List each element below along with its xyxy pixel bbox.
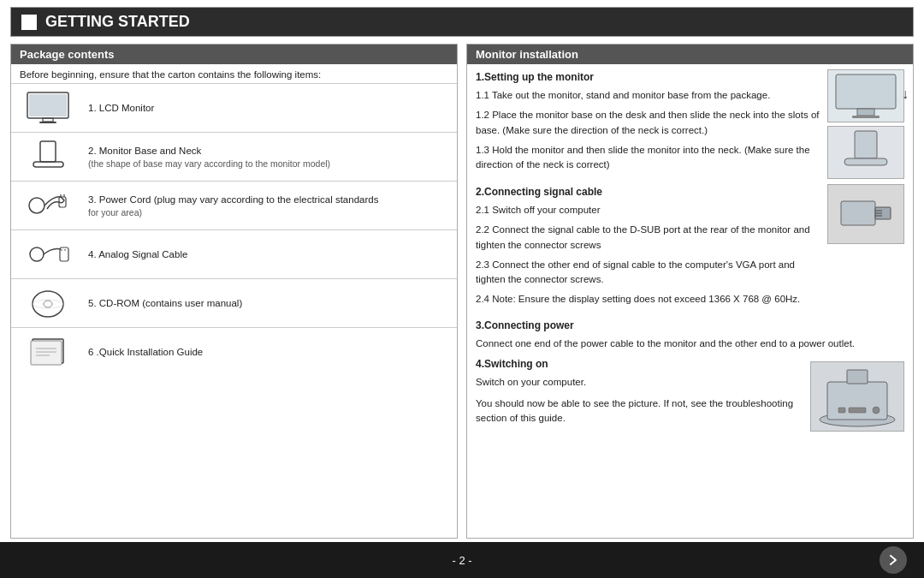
two-column-layout: Package contents Before beginning, ensur… — [10, 44, 914, 539]
step3-text: Connect one end of the power cable to th… — [476, 337, 904, 351]
svg-point-16 — [44, 301, 52, 307]
svg-rect-23 — [836, 74, 896, 109]
package-items-list: 1. LCD Monitor 2. Monitor Base and Neck — [11, 83, 457, 376]
svg-point-11 — [30, 247, 44, 261]
list-item: 5. CD-ROM (contains user manual) — [11, 278, 457, 327]
monitor-base-label: 2. Monitor Base and Neck (the shape of b… — [88, 144, 330, 170]
svg-point-38 — [873, 407, 880, 414]
svg-point-15 — [33, 291, 63, 317]
step2-3-text: 2.3 Connect the other end of signal cabl… — [476, 258, 820, 288]
step1-title: 1.Setting up the monitor — [476, 69, 820, 85]
svg-rect-5 — [33, 162, 63, 167]
analog-cable-icon — [18, 235, 78, 273]
step2-row: 2.Connecting signal cable 2.1 Switch off… — [476, 184, 904, 313]
power-cord-label: 3. Power Cord (plug may vary according t… — [88, 193, 378, 219]
step2-image — [827, 184, 904, 244]
monitor-install-content: 1.Setting up the monitor 1.1 Take out th… — [467, 64, 913, 538]
main-content: GETTING STARTED Package contents Before … — [0, 0, 924, 542]
monitor-stand-image — [827, 126, 904, 179]
cdrom-label: 5. CD-ROM (contains user manual) — [88, 296, 242, 310]
item-text: 6 .Quick Installation Guide — [88, 347, 203, 357]
svg-rect-26 — [855, 131, 877, 158]
list-item: 1. LCD Monitor — [11, 83, 457, 132]
svg-rect-1 — [29, 94, 67, 116]
item-sub-text: (the shape of base may vary according to… — [88, 158, 330, 170]
step4-text-col: 4.Switching on Switch on your computer. … — [476, 356, 803, 432]
step1-images: ↓ — [827, 69, 904, 179]
package-intro-text: Before beginning, ensure that the carton… — [11, 64, 457, 83]
analog-cable-label: 4. Analog Signal Cable — [88, 247, 187, 261]
item-text: 4. Analog Signal Cable — [88, 249, 187, 259]
step1-text-col: 1.Setting up the monitor 1.1 Take out th… — [476, 69, 820, 179]
lcd-monitor-icon — [18, 89, 78, 127]
quick-guide-icon — [18, 333, 78, 371]
step2-title: 2.Connecting signal cable — [476, 184, 820, 200]
svg-point-7 — [29, 198, 44, 213]
page-number: - 2 - — [452, 554, 471, 567]
package-contents-title: Package contents — [20, 48, 115, 61]
item-text: 1. LCD Monitor — [88, 103, 154, 113]
list-item: 3. Power Cord (plug may vary according t… — [11, 181, 457, 229]
header-icon — [21, 15, 37, 30]
monitor-install-header: Monitor installation — [467, 45, 913, 64]
step2-text-col: 2.Connecting signal cable 2.1 Switch off… — [476, 184, 820, 313]
step1-1-text: 1.1 Take out the monitor, stand and moni… — [476, 88, 820, 103]
lcd-monitor-label: 1. LCD Monitor — [88, 101, 154, 115]
list-item: 4. Analog Signal Cable — [11, 229, 457, 278]
monitor-top-image: ↓ — [827, 69, 904, 122]
step2-2-text: 2.2 Connect the signal cable to the D-SU… — [476, 223, 820, 253]
step1-2-text: 1.2 Place the monitor base on the desk a… — [476, 108, 820, 138]
step4-row: 4.Switching on Switch on your computer. … — [476, 356, 904, 432]
next-page-button[interactable] — [880, 546, 907, 574]
step1-3-text: 1.3 Hold the monitor and then slide the … — [476, 143, 820, 173]
page-title: GETTING STARTED — [10, 7, 914, 37]
cdrom-icon — [18, 284, 78, 322]
svg-rect-37 — [849, 408, 866, 413]
item-sub-text: for your area) — [88, 206, 378, 219]
svg-rect-35 — [847, 370, 868, 384]
step3-row: 3.Connecting power Connect one end of th… — [476, 318, 904, 351]
quick-guide-label: 6 .Quick Installation Guide — [88, 345, 203, 359]
monitor-install-title: Monitor installation — [476, 48, 578, 61]
package-contents-header: Package contents — [11, 45, 457, 64]
list-item: 2. Monitor Base and Neck (the shape of b… — [11, 132, 457, 181]
step4-title: 4.Switching on — [476, 356, 803, 372]
bottom-bar: - 2 - — [0, 542, 924, 578]
monitor-stand-icon — [18, 138, 78, 176]
step2-4-text: 2.4 Note: Ensure the display setting doe… — [476, 292, 820, 307]
svg-rect-19 — [31, 341, 62, 365]
monitor-installation-section: Monitor installation 1.Setting up the mo… — [466, 44, 914, 539]
svg-rect-27 — [844, 158, 887, 165]
package-contents-section: Package contents Before beginning, ensur… — [10, 44, 458, 539]
monitor-rear-image — [810, 361, 904, 432]
item-text: 2. Monitor Base and Neck — [88, 144, 330, 158]
svg-rect-28 — [841, 201, 875, 225]
item-text: 5. CD-ROM (contains user manual) — [88, 298, 242, 308]
header-title: GETTING STARTED — [45, 13, 190, 31]
svg-rect-34 — [827, 382, 887, 420]
power-cord-icon — [18, 187, 78, 224]
svg-rect-24 — [857, 109, 874, 116]
svg-rect-4 — [40, 141, 56, 162]
svg-rect-25 — [852, 116, 880, 118]
arrow-down-icon: ↓ — [902, 84, 909, 104]
step3-title: 3.Connecting power — [476, 318, 904, 333]
final-text: You should now be able to see the pictur… — [476, 396, 803, 426]
step4-text: Switch on your computer. — [476, 375, 803, 390]
item-text: 3. Power Cord (plug may vary according t… — [88, 193, 378, 206]
svg-rect-36 — [838, 408, 845, 413]
step1-row: 1.Setting up the monitor 1.1 Take out th… — [476, 69, 904, 179]
step2-1-text: 2.1 Switch off your computer — [476, 203, 820, 217]
list-item: 6 .Quick Installation Guide — [11, 327, 457, 376]
svg-rect-3 — [39, 122, 56, 123]
